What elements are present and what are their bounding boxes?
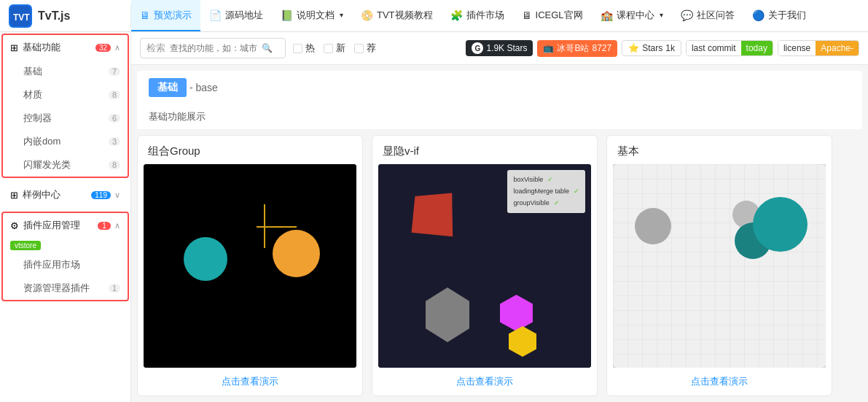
page-description: 基础功能展示 (149, 111, 206, 122)
github-stars-badge[interactable]: G 1.9K Stars (466, 40, 533, 56)
filter-recommended[interactable]: 荐 (354, 42, 376, 55)
filter-new-label: 新 (336, 42, 345, 55)
svg-text:TVT: TVT (13, 12, 30, 23)
bingege-count: 8727 (592, 43, 611, 53)
sidebar-section-header-plugins[interactable]: ⚙ 插件应用管理 1 ∧ (3, 213, 128, 238)
panel-item-3: groupVisible (513, 197, 549, 209)
license-label: license (778, 41, 816, 55)
basic-functions-items: 基础 7 材质 8 控制器 6 内嵌dom 3 闪耀发光类 8 (3, 60, 128, 177)
demo-red-cube (412, 193, 453, 237)
nav-item-plugins-label: 插件市场 (466, 9, 504, 22)
card-group-title: 组合Group (138, 136, 362, 164)
course-icon: 🏫 (601, 9, 613, 21)
innerdom-count: 3 (109, 137, 120, 146)
sidebar-item-plugin-market[interactable]: 插件应用市场 (3, 253, 128, 277)
demo-magenta-hexagon (500, 295, 533, 331)
gitstar-label: Stars (642, 43, 662, 53)
basic-functions-icon: ⊞ (10, 42, 18, 53)
card-group[interactable]: 组合Group 点击查看演示 (137, 135, 363, 396)
commit-label: last commit (687, 41, 741, 55)
base-count: 7 (109, 67, 120, 76)
basic-functions-label: 基础功能 (23, 41, 95, 54)
filter-new[interactable]: 新 (324, 42, 345, 55)
sidebar-item-controller[interactable]: 控制器 6 (3, 107, 128, 130)
filter-hot-checkbox[interactable] (293, 44, 302, 53)
card-group-footer[interactable]: 点击查看演示 (138, 368, 362, 395)
gitstar-badge[interactable]: ⭐ Stars 1k (622, 40, 681, 56)
logo-title: TvT.js (38, 9, 70, 23)
gitstar-count: 1k (665, 43, 675, 53)
card-basic-image (613, 164, 826, 368)
sidebar-item-base[interactable]: 基础 7 (3, 60, 128, 83)
svg-rect-2 (613, 164, 826, 368)
panel-check-2: ✓ (574, 185, 579, 197)
video-icon: 📀 (361, 9, 373, 21)
search-label: 检索 (146, 42, 165, 55)
card-basic[interactable]: 基本 (606, 135, 832, 396)
section-subtitle: - base (189, 82, 218, 93)
plugin-market-label: 插件应用市场 (23, 258, 120, 271)
bingege-badge[interactable]: 📺 冰哥B站 8727 (537, 40, 617, 57)
docs-dropdown-icon: ▾ (340, 11, 343, 19)
card-basic-footer[interactable]: 点击查看演示 (607, 368, 832, 395)
demo-group-canvas (144, 164, 356, 368)
examples-icon: ⊞ (10, 190, 18, 201)
card-visibility[interactable]: 显隐v-if boxVisible ✓ loadingMerge table ✓ (372, 135, 598, 396)
license-badge: license Apache- (778, 40, 859, 56)
glow-count: 8 (109, 161, 120, 169)
resource-manager-label: 资源管理器插件 (23, 282, 109, 295)
filter-recommended-checkbox[interactable] (354, 44, 364, 53)
filter-new-checkbox[interactable] (324, 44, 333, 53)
source-icon: 📄 (209, 9, 222, 21)
nav-item-source-label: 源码地址 (225, 9, 263, 22)
sidebar-item-innerdom[interactable]: 内嵌dom 3 (3, 130, 128, 153)
demo-visibility-canvas: boxVisible ✓ loadingMerge table ✓ groupV… (378, 164, 591, 368)
innerdom-label: 内嵌dom (23, 135, 109, 148)
sidebar-item-material[interactable]: 材质 8 (3, 83, 128, 107)
panel-row-2: loadingMerge table ✓ (513, 185, 579, 197)
bingege-icon: 📺 (543, 43, 554, 53)
logo-icon: TVT (9, 4, 32, 28)
nav-item-video-label: TVT视频教程 (377, 9, 433, 22)
demo-teal-circle (184, 237, 227, 281)
plugins-icon: 🧩 (450, 9, 463, 21)
stats-area: G 1.9K Stars 📺 冰哥B站 8727 ⭐ Stars 1k last… (466, 40, 859, 57)
nav-item-docs-label: 说明文档 (297, 9, 335, 22)
search-input[interactable] (170, 43, 257, 53)
plugins-mgmt-label: 插件应用管理 (23, 219, 98, 232)
basic-functions-chevron: ∧ (114, 43, 120, 53)
sidebar-item-glow[interactable]: 闪耀发光类 8 (3, 153, 128, 177)
nav-item-preview[interactable]: 🖥 预览演示 (131, 0, 200, 31)
nav-item-community[interactable]: 💬 社区问答 (672, 0, 743, 31)
nav-item-video[interactable]: 📀 TVT视频教程 (352, 0, 442, 31)
panel-item-2: loadingMerge table (513, 185, 569, 197)
nav-item-course[interactable]: 🏫 课程中心 ▾ (592, 0, 672, 31)
nav-item-about[interactable]: 🔵 关于我们 (743, 0, 815, 31)
bingege-label: 冰哥B站 (557, 42, 589, 55)
nav-item-plugins[interactable]: 🧩 插件市场 (442, 0, 513, 31)
card-visibility-footer[interactable]: 点击查看演示 (372, 368, 597, 395)
glow-label: 闪耀发光类 (23, 158, 109, 171)
nav-item-source[interactable]: 📄 源码地址 (200, 0, 272, 31)
plugins-mgmt-icon: ⚙ (10, 220, 19, 231)
demo-basic-canvas (613, 164, 826, 368)
section-title: 基础 (149, 78, 187, 97)
vtstore-badge: vtstore (3, 238, 128, 253)
filter-hot[interactable]: 热 (293, 42, 315, 55)
search-box[interactable]: 检索 🔍 (140, 38, 286, 58)
sidebar-item-resource-manager[interactable]: 资源管理器插件 1 (3, 277, 128, 300)
commit-badge: last commit today (686, 40, 773, 56)
nav-item-icegl[interactable]: 🖥 ICEGL官网 (513, 0, 592, 31)
sidebar-section-header-examples[interactable]: ⊞ 样例中心 119 ∨ (3, 182, 128, 207)
card-visibility-title: 显隐v-if (372, 136, 597, 164)
plugins-mgmt-chevron: ∧ (114, 221, 120, 231)
nav-item-icegl-label: ICEGL官网 (536, 9, 583, 22)
search-icon: 🔍 (262, 43, 273, 53)
main-layout: ⊞ 基础功能 32 ∧ 基础 7 材质 8 控制器 6 内 (0, 32, 868, 402)
base-label: 基础 (23, 65, 109, 78)
sidebar-section-basic-functions: ⊞ 基础功能 32 ∧ 基础 7 材质 8 控制器 6 内 (1, 34, 129, 178)
sidebar-section-header-basic[interactable]: ⊞ 基础功能 32 ∧ (3, 35, 128, 60)
community-icon: 💬 (681, 9, 693, 21)
nav-item-docs[interactable]: 📗 说明文档 ▾ (272, 0, 352, 31)
vtstore-label: vtstore (10, 241, 41, 250)
